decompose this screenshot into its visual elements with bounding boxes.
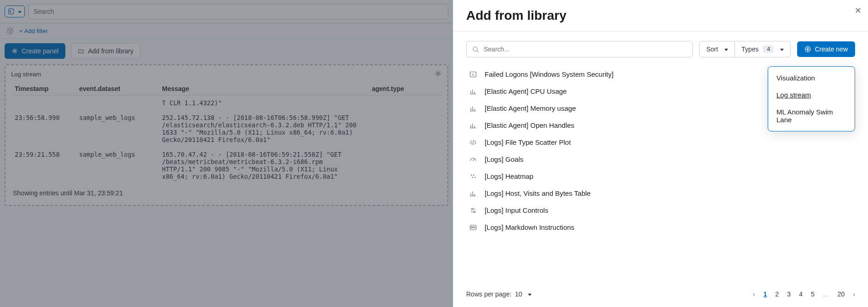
md-icon <box>469 224 477 231</box>
list-item-label: [Elastic Agent] CPU Usage <box>485 87 567 95</box>
sort-button[interactable]: Sort <box>699 41 735 57</box>
list-item-label: Failed Logons [Windows System Security] <box>485 70 613 78</box>
list-item-label: [Elastic Agent] Memory usage <box>485 104 576 112</box>
flyout-header: Add from library ✕ <box>453 0 868 32</box>
search-icon <box>472 46 479 53</box>
plus-circle-icon <box>804 46 811 52</box>
bar-icon <box>469 122 477 129</box>
svg-point-8 <box>471 174 472 176</box>
rows-per-page-label: Rows per page: <box>466 290 511 298</box>
filter-icon <box>6 27 14 34</box>
add-filter-button[interactable]: + Add filter <box>19 28 48 34</box>
list-item-label: [Logs] Host, Visits and Bytes Table <box>485 189 590 197</box>
log-message: T CLR 1.1.4322)" <box>162 99 360 107</box>
list-item[interactable]: [Logs] Input Controls <box>466 202 855 219</box>
sort-label: Sort <box>706 45 718 53</box>
types-label: Types <box>741 45 758 53</box>
page-2[interactable]: 2 <box>775 290 779 298</box>
create-panel-button[interactable]: Create panel <box>5 43 65 59</box>
list-item-label: [Logs] Markdown Instructions <box>485 223 574 231</box>
panel-actions: Create panel Add from library <box>0 39 453 64</box>
filter-bar: + Add filter <box>0 23 453 39</box>
dashboard-editor: Search + Add filter Create panel Add fro… <box>0 0 453 307</box>
col-message[interactable]: Message <box>158 82 368 96</box>
table-footer: Showing entries until Mar 31, 23:59:21 <box>11 184 442 199</box>
cell-ds: sample_web_logs <box>75 110 158 147</box>
svg-point-10 <box>472 176 473 178</box>
page-1[interactable]: 1 <box>764 290 767 298</box>
bar-icon <box>469 190 477 197</box>
kql-toggle[interactable] <box>5 6 25 17</box>
bar-icon <box>469 88 477 95</box>
plus-circle-icon <box>12 48 18 54</box>
log-message: 165.70.47.42 - - [2018-08-16T06:59:21.55… <box>162 151 360 180</box>
add-from-library-label: Add from library <box>88 47 133 55</box>
list-item[interactable]: [Logs] Heatmap <box>466 168 855 185</box>
gauge-icon <box>469 156 477 163</box>
rows-per-page[interactable]: Rows per page: 10 <box>466 290 532 298</box>
list-item[interactable]: [Logs] Markdown Instructions <box>466 219 855 236</box>
popover-item-visualization[interactable]: Visualization <box>768 69 855 86</box>
col-agent[interactable]: agent.type <box>368 82 442 96</box>
library-pager: Rows per page: 10 ‹ 12345…20› <box>453 284 868 307</box>
panel-title-text: Log stream <box>11 71 41 78</box>
create-panel-label: Create panel <box>22 47 58 55</box>
search-placeholder: Search... <box>484 45 509 53</box>
cell-ts: 23:56:58.990 <box>11 110 75 147</box>
list-item[interactable]: [Logs] File Type Scatter Plot <box>466 134 855 151</box>
heat-icon <box>469 173 477 180</box>
num-icon: 8 <box>469 71 477 78</box>
log-table: Timestamp event.dataset Message agent.ty… <box>11 82 442 184</box>
folder-icon <box>78 48 84 54</box>
svg-point-11 <box>475 176 476 178</box>
code-icon <box>469 139 477 146</box>
cell-ds: sample_web_logs <box>75 147 158 184</box>
library-flyout: Add from library ✕ Search... Sort Types … <box>453 0 868 307</box>
close-icon[interactable]: ✕ <box>855 6 862 16</box>
library-search-input[interactable]: Search... <box>466 41 693 57</box>
col-dataset[interactable]: event.dataset <box>75 82 158 96</box>
page-20[interactable]: 20 <box>838 290 845 298</box>
list-item-label: [Logs] Heatmap <box>485 172 533 180</box>
chevron-down-icon <box>526 290 532 298</box>
page-next[interactable]: › <box>853 290 855 298</box>
page-3[interactable]: 3 <box>787 290 791 298</box>
chevron-down-icon <box>16 8 22 15</box>
svg-point-13 <box>474 211 475 212</box>
list-item-label: [Logs] File Type Scatter Plot <box>485 138 571 146</box>
table-row: 23:59:21.558 sample_web_logs 165.70.47.4… <box>11 147 442 184</box>
create-new-popover: Visualization Log stream ML Anomaly Swim… <box>768 66 855 131</box>
popover-item-log-stream[interactable]: Log stream <box>768 86 855 103</box>
svg-point-1 <box>7 28 13 34</box>
page-4[interactable]: 4 <box>799 290 803 298</box>
create-new-button[interactable]: Create new <box>797 41 855 57</box>
filter-group: Sort Types 4 <box>699 41 791 57</box>
svg-rect-0 <box>8 9 13 14</box>
flyout-title: Add from library <box>466 8 855 23</box>
chevron-down-icon <box>778 45 784 53</box>
svg-point-3 <box>437 73 439 74</box>
svg-point-4 <box>473 46 477 51</box>
add-from-library-button[interactable]: Add from library <box>71 43 140 59</box>
list-item[interactable]: [Logs] Goals <box>466 151 855 168</box>
list-item[interactable]: [Logs] Host, Visits and Bytes Table <box>466 185 855 202</box>
list-item-label: [Logs] Goals <box>485 155 523 163</box>
query-input[interactable]: Search <box>29 4 448 19</box>
page-5[interactable]: 5 <box>811 290 815 298</box>
list-item-label: [Elastic Agent] Open Handles <box>485 121 574 129</box>
page-prev[interactable]: ‹ <box>753 290 755 298</box>
page-ellipsis: … <box>823 290 829 298</box>
log-message: 252.145.72.138 - - [2018-08-16T06:56:58.… <box>162 114 360 143</box>
create-new-label: Create new <box>815 45 848 53</box>
list-item-label: [Logs] Input Controls <box>485 206 548 214</box>
types-button[interactable]: Types 4 <box>735 41 791 57</box>
col-timestamp[interactable]: Timestamp <box>11 82 75 96</box>
types-count: 4 <box>763 45 774 53</box>
gear-icon[interactable] <box>434 70 442 79</box>
chevron-down-icon <box>723 45 728 53</box>
bar-icon <box>469 105 477 112</box>
cell-ts: 23:59:21.558 <box>11 147 75 184</box>
table-row: T CLR 1.1.4322)" <box>11 96 442 111</box>
table-row: 23:56:58.990 sample_web_logs 252.145.72.… <box>11 110 442 147</box>
popover-item-ml-swim-lane[interactable]: ML Anomaly Swim Lane <box>768 103 855 128</box>
